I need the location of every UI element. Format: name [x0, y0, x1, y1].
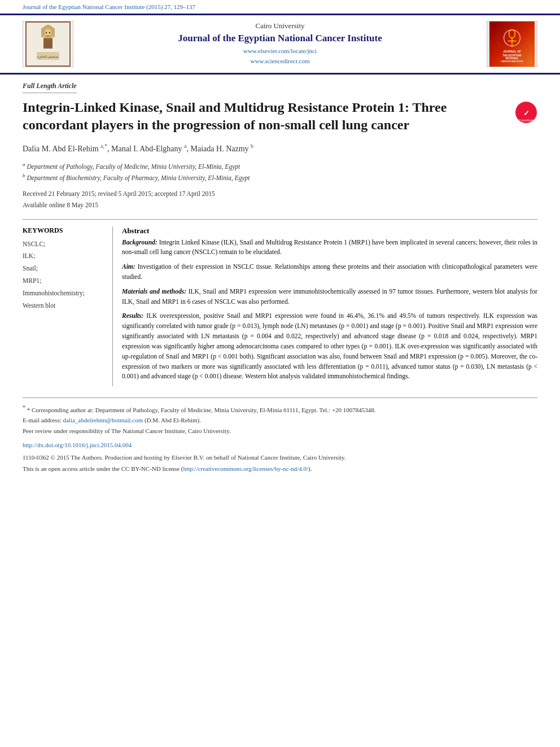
- article-body: Full Length Article Integrin-Linked Kina…: [0, 75, 560, 486]
- keyword-4: MRP1;: [23, 275, 104, 287]
- email-line: E-mail address: dalia_abdelrehim@hotmail…: [23, 415, 537, 426]
- authors: Dalia M. Abd El-Rehim a,*, Manal I. Abd-…: [23, 142, 537, 155]
- journal-header: مستشفى القاهرة Cairo University Journal …: [0, 14, 560, 75]
- footnotes: * * Corresponding author at: Department …: [23, 397, 537, 474]
- svg-text:✓: ✓: [523, 109, 530, 117]
- received-date: Received 21 February 2015; revised 5 Apr…: [23, 190, 215, 197]
- svg-point-7: [46, 32, 47, 33]
- email-name: (D.M. Abd El-Rehim).: [145, 417, 201, 423]
- abstract-column: Abstract Background: Integrin Linked Kin…: [113, 226, 537, 387]
- article-dates: Received 21 February 2015; revised 5 Apr…: [23, 189, 537, 211]
- svg-rect-9: [43, 37, 53, 38]
- corresponding-author-note: * * Corresponding author at: Department …: [23, 403, 537, 415]
- abstract-background-text: Background: Integrin Linked Kinase (ILK)…: [122, 238, 537, 258]
- results-content: ILK overexpression, positive Snail and M…: [122, 312, 537, 379]
- license-line: This is an open access article under the…: [23, 464, 537, 474]
- svg-text:THE EGYPTIAN: THE EGYPTIAN: [502, 54, 521, 57]
- aim-content: Investigation of their expression in NSC…: [122, 263, 537, 280]
- background-content: Integrin Linked Kinase (ILK), Snail and …: [122, 239, 537, 256]
- email-label: E-mail address:: [23, 417, 62, 423]
- header-urls: www.elsevier.com/locate/jnci www.science…: [79, 46, 481, 66]
- keyword-2: ILK;: [23, 250, 104, 263]
- affiliations: a Department of Pathology, Faculty of Me…: [23, 160, 537, 183]
- abstract-section: KEYWORDS NSCLC; ILK; Snail; MRP1; Immuno…: [23, 219, 537, 387]
- keywords-list: NSCLC; ILK; Snail; MRP1; Immunohistochem…: [23, 238, 104, 312]
- doi-link[interactable]: http://dx.doi.org/10.1016/j.jnci.2015.04…: [23, 442, 132, 448]
- crossmark-badge[interactable]: ✓ CrossMark: [515, 101, 537, 126]
- header-logo-left: مستشفى القاهرة: [23, 21, 73, 67]
- footnote-star: *: [23, 404, 25, 410]
- journal-title-header: Journal of the Egyptian National Cancer …: [79, 33, 481, 44]
- methods-label: Materials and methods:: [122, 288, 186, 295]
- affiliation-b: Department of Biochemistry, Faculty of P…: [27, 174, 250, 181]
- keywords-label: KEYWORDS: [23, 226, 104, 235]
- keyword-3: Snail;: [23, 263, 104, 275]
- license-link[interactable]: http://creativecommons.org/licenses/by-n…: [183, 465, 308, 472]
- available-online-date: Available online 8 May 2015: [23, 202, 98, 208]
- results-label: Results:: [122, 312, 143, 319]
- journal-badge: JOURNAL OF THE EGYPTIAN NATIONAL CANCER …: [489, 21, 535, 67]
- abstract-results-text: Results: ILK overexpression, positive Sn…: [122, 311, 537, 382]
- abstract-methods-text: Materials and methods: ILK, Snail and MR…: [122, 287, 537, 307]
- keyword-5: Immunohistochemistry;: [23, 287, 104, 300]
- article-type: Full Length Article: [23, 82, 77, 93]
- svg-rect-5: [53, 28, 55, 37]
- header-logo-right: JOURNAL OF THE EGYPTIAN NATIONAL CANCER …: [487, 21, 537, 67]
- doi-line: http://dx.doi.org/10.1016/j.jnci.2015.04…: [23, 440, 537, 451]
- svg-rect-2: [43, 37, 53, 49]
- abstract-aim-text: Aim: Investigation of their expression i…: [122, 262, 537, 282]
- article-title-row: Integrin-Linked Kinase, Snail and Multid…: [23, 99, 537, 134]
- header-center: Cairo University Journal of the Egyptian…: [79, 21, 481, 67]
- svg-rect-4: [41, 28, 43, 37]
- page: Journal of the Egyptian National Cancer …: [0, 0, 560, 747]
- svg-text:NATIONAL: NATIONAL: [506, 57, 519, 60]
- peer-review-note: Peer review under responsibility of The …: [23, 426, 537, 436]
- svg-point-8: [49, 32, 50, 33]
- university-name: Cairo University: [79, 21, 481, 30]
- article-title: Integrin-Linked Kinase, Snail and Multid…: [23, 99, 509, 134]
- elsevier-url[interactable]: www.elsevier.com/locate/jnci: [243, 47, 317, 54]
- svg-text:CrossMark: CrossMark: [519, 119, 534, 122]
- keyword-6: Western blot: [23, 300, 104, 312]
- journal-citation-bar: Journal of the Egyptian National Cancer …: [0, 0, 560, 14]
- svg-text:CANCER INSTITUTE: CANCER INSTITUTE: [501, 60, 523, 63]
- sciencedirect-url[interactable]: www.sciencedirect.com: [251, 58, 310, 64]
- corresponding-author-text: * Corresponding author at: Department of…: [27, 407, 376, 413]
- keyword-1: NSCLC;: [23, 238, 104, 251]
- background-label: Background:: [122, 239, 158, 246]
- keywords-column: KEYWORDS NSCLC; ILK; Snail; MRP1; Immuno…: [23, 226, 113, 387]
- svg-text:JOURNAL OF: JOURNAL OF: [503, 50, 521, 53]
- copyright-line: 1110-0362 © 2015 The Authors. Production…: [23, 453, 537, 463]
- abstract-title: Abstract: [122, 226, 537, 235]
- aim-label: Aim:: [122, 263, 135, 270]
- email-link[interactable]: dalia_abdelrehim@hotmail.com: [63, 417, 143, 423]
- affiliation-a: Department of Pathology, Faculty of Medi…: [27, 163, 240, 170]
- journal-citation: Journal of the Egyptian National Cancer …: [23, 3, 195, 10]
- egypt-logo-icon: مستشفى القاهرة: [25, 21, 71, 67]
